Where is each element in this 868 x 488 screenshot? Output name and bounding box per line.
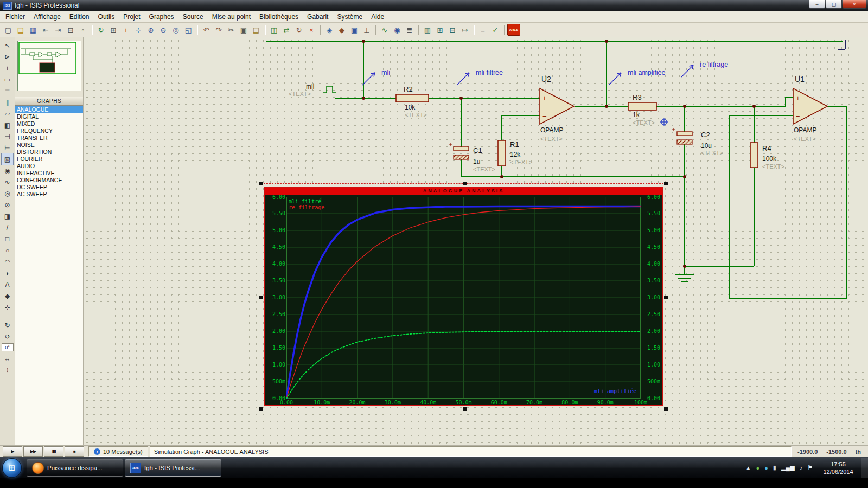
mirror-y-button[interactable]: ↕	[2, 364, 13, 375]
graph-type-conformance[interactable]: CONFORMANCE	[15, 177, 83, 184]
graph-type-ac-sweep[interactable]: AC SWEEP	[15, 191, 83, 198]
paste[interactable]: ▤	[250, 24, 262, 35]
resistor-r4[interactable]: R4 100k <TEXT>	[750, 143, 784, 170]
block-delete[interactable]: ×	[305, 24, 317, 35]
ground-symbol[interactable]	[675, 274, 694, 282]
new-sheet[interactable]: ⊞	[434, 24, 446, 35]
mark-output-area[interactable]: ▫	[77, 24, 89, 35]
angle-display[interactable]: 0°	[2, 343, 14, 351]
device-tray-icon[interactable]: ▮	[773, 464, 776, 471]
new-design[interactable]: ▢	[2, 24, 14, 35]
center-at-cursor[interactable]: ⊹	[132, 24, 144, 35]
make-device[interactable]: ◆	[336, 24, 348, 35]
pause-button[interactable]: ▮▮	[44, 446, 63, 457]
origin[interactable]: +	[120, 24, 132, 35]
menu-aide[interactable]: Aide	[367, 11, 388, 22]
text-script-mode[interactable]: ≣	[2, 85, 13, 97]
graph-type-noise[interactable]: NOISE	[15, 142, 83, 149]
subcircuit-mode[interactable]: ▱	[2, 108, 13, 119]
resize-handle[interactable]	[463, 407, 467, 411]
packaging-tool[interactable]: ▣	[348, 24, 360, 35]
taskbar-firefox-button[interactable]: Puissance dissipa...	[27, 459, 123, 477]
zoom-all[interactable]: ◎	[170, 24, 182, 35]
network-tray-icon[interactable]: ▂▄▆	[781, 464, 795, 471]
schematic-canvas[interactable]: mli <TEXT> R2 10k <TEXT> R1 12k <TEXT>	[84, 37, 868, 445]
messenger-tray-icon[interactable]: ●	[764, 465, 768, 471]
component-mode[interactable]: ⊳	[2, 51, 13, 62]
zoom-area[interactable]: ◱	[182, 24, 194, 35]
graph-type-frequency[interactable]: FREQUENCY	[15, 127, 83, 134]
2d-line-mode[interactable]: /	[2, 222, 13, 233]
save-design[interactable]: ▦	[27, 24, 39, 35]
resistor-r1[interactable]: R1 12k <TEXT>	[498, 140, 532, 166]
opamp-u1[interactable]: + − U1 OPAMP <TEXT>	[793, 75, 827, 142]
block-rotate[interactable]: ↻	[293, 24, 305, 35]
generator-mode[interactable]: ∿	[2, 176, 13, 188]
voltage-probe-mode[interactable]: ◎	[2, 188, 13, 199]
property-assignment[interactable]: ≣	[404, 24, 416, 35]
graph-type-digital[interactable]: DIGITAL	[15, 113, 83, 120]
graph-type-analogue[interactable]: ANALOGUE	[15, 106, 83, 113]
menu-outils[interactable]: Outils	[94, 11, 119, 22]
current-probe-mode[interactable]: ⊘	[2, 199, 13, 210]
undo[interactable]: ↶	[200, 24, 212, 35]
capacitor-c1[interactable]: C1 1u <TEXT>	[449, 143, 495, 172]
menu-source[interactable]: Source	[178, 11, 208, 22]
2d-arc-mode[interactable]: ◠	[2, 256, 13, 267]
volume-tray-icon[interactable]: ♪	[800, 465, 803, 471]
menu-syst-me[interactable]: Système	[333, 11, 367, 22]
zoom-in[interactable]: ⊕	[145, 24, 157, 35]
selection-pointer[interactable]: ↖	[2, 40, 13, 51]
graph-type-transfer[interactable]: TRANSFER	[15, 134, 83, 142]
bill-of-materials[interactable]: ≡	[477, 24, 489, 35]
resize-handle[interactable]	[664, 182, 668, 185]
minimize-button[interactable]: –	[809, 0, 825, 9]
copy[interactable]: ▣	[238, 24, 250, 35]
resize-handle[interactable]	[259, 296, 263, 299]
menu-projet[interactable]: Projet	[119, 11, 144, 22]
design-explorer[interactable]: ▥	[422, 24, 433, 35]
resize-handle[interactable]	[664, 296, 668, 299]
menu-fichier[interactable]: Fichier	[1, 11, 29, 22]
taskbar-isis-button[interactable]: ISIS fgh - ISIS Professi...	[125, 459, 221, 477]
graph-type-fourier[interactable]: FOURIER	[15, 156, 83, 163]
pick-parts[interactable]: ◈	[323, 24, 335, 35]
export-section[interactable]: ⇥	[52, 24, 64, 35]
import-section[interactable]: ⇤	[40, 24, 52, 35]
action-center-icon[interactable]: ⚑	[807, 464, 813, 471]
menu-mise-au-point[interactable]: Mise au point	[208, 11, 255, 22]
mirror-x-button[interactable]: ↔	[2, 352, 13, 364]
menu-gabarit[interactable]: Gabarit	[303, 11, 333, 22]
zoom-out[interactable]: ⊖	[157, 24, 169, 35]
menu-edition[interactable]: Edition	[65, 11, 94, 22]
goto-sheet[interactable]: ↦	[459, 24, 471, 35]
menu-biblioth-ques[interactable]: Bibliothèques	[255, 11, 303, 22]
cut[interactable]: ✂	[225, 24, 237, 35]
rotate-clockwise-button[interactable]: ↻	[2, 319, 13, 331]
print-design[interactable]: ⊟	[65, 24, 76, 35]
resize-handle[interactable]	[259, 407, 263, 411]
message-counter[interactable]: i 10 Message(s)	[88, 446, 148, 457]
tape-recorder-mode[interactable]: ◉	[2, 165, 13, 176]
menu-affichage[interactable]: Affichage	[29, 11, 65, 22]
taskbar-clock[interactable]: 17:55 12/06/2014	[818, 460, 858, 476]
device-pin-mode[interactable]: ⊢	[2, 142, 13, 153]
decompose[interactable]: ⊥	[361, 24, 373, 35]
graph-type-distortion[interactable]: DISTORTION	[15, 149, 83, 156]
2d-text-mode[interactable]: A	[2, 279, 13, 290]
analysis-graph-window[interactable]: ANALOGUE ANALYSIS mli filtrére filtrage …	[264, 187, 663, 406]
menu-graphes[interactable]: Graphes	[145, 11, 178, 22]
junction-dot-mode[interactable]: +	[2, 62, 13, 74]
open-design[interactable]: ▤	[15, 24, 27, 35]
redraw-display[interactable]: ↻	[95, 24, 107, 35]
graph-type-interactive[interactable]: INTERACTIVE	[15, 170, 83, 177]
search-tag[interactable]: ◉	[391, 24, 403, 35]
resize-handle[interactable]	[664, 407, 668, 411]
graph-type-audio[interactable]: AUDIO	[15, 163, 83, 170]
play-button[interactable]: ▶	[3, 446, 22, 457]
virtual-instrument-mode[interactable]: ◨	[2, 210, 13, 222]
netlist-to-ares[interactable]: ARES	[507, 24, 520, 36]
pulse-source-mli[interactable]: mli <TEXT>	[289, 83, 336, 97]
show-desktop-button[interactable]	[861, 458, 868, 478]
overview-window[interactable]	[17, 41, 81, 91]
